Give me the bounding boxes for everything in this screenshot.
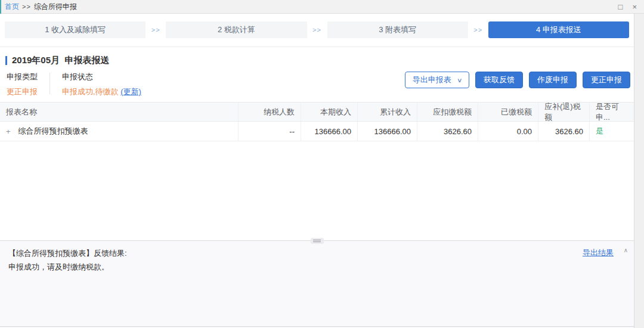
status-text: 申报成功,待缴款 (62, 87, 120, 96)
chevron-down-icon: ∨ (457, 77, 463, 83)
bottom-edge-divider (0, 326, 634, 327)
declaration-type-label: 申报类型 (7, 72, 38, 82)
cell-current-income: 136666.00 (301, 122, 358, 141)
expand-plus-icon[interactable]: + (6, 128, 11, 135)
title-accent-bar (5, 56, 7, 65)
export-declaration-label: 导出申报表 (413, 75, 451, 85)
window-accent-sliver (0, 0, 1, 14)
correct-declaration-button[interactable]: 更正申报 (583, 72, 630, 88)
feedback-title: 【综合所得预扣预缴表】反馈结果: (8, 247, 626, 259)
close-icon[interactable]: × (632, 3, 637, 11)
step-item-declaration-submit[interactable]: 4 申报表报送 (488, 21, 629, 38)
report-name-text: 综合所得预扣预缴表 (18, 126, 88, 137)
maximize-icon[interactable]: □ (618, 3, 623, 11)
declaration-status-label: 申报状态 (62, 72, 141, 82)
cell-cumulative-income: 136666.00 (358, 122, 417, 141)
step-separator: >> (468, 26, 488, 33)
step-item-appendix-fill[interactable]: 3 附表填写 (327, 21, 468, 38)
feedback-body: 【综合所得预扣预缴表】反馈结果: 申报成功，请及时缴纳税款。 (0, 241, 634, 280)
declaration-type-group: 申报类型 更正申报 (7, 72, 38, 97)
declaration-status-value: 申报成功,待缴款 (更新) (62, 86, 141, 97)
breadcrumb-home-link[interactable]: 首页 (5, 2, 19, 12)
feedback-message: 申报成功，请及时缴纳税款。 (8, 261, 626, 273)
header-current-income: 本期收入 (301, 103, 358, 121)
page-title: 2019年05月 申报表报送 (12, 55, 109, 66)
step-wizard: 1 收入及减除填写 >> 2 税款计算 >> 3 附表填写 >> 4 申报表报送 (5, 21, 629, 38)
get-feedback-button[interactable]: 获取反馈 (475, 72, 523, 88)
step-item-income-fill[interactable]: 1 收入及减除填写 (5, 21, 145, 38)
section-divider (0, 47, 634, 47)
section-title-row: 2019年05月 申报表报送 (5, 55, 634, 66)
report-table: 报表名称 纳税人数 本期收入 累计收入 应扣缴税额 已缴税额 应补(退)税额 是… (0, 102, 634, 141)
table-header: 报表名称 纳税人数 本期收入 累计收入 应扣缴税额 已缴税额 应补(退)税额 是… (0, 103, 634, 122)
feedback-panel: 【综合所得预扣预缴表】反馈结果: 申报成功，请及时缴纳税款。 导出结果 ∧ (0, 240, 634, 328)
status-update-link[interactable]: (更新) (120, 87, 141, 96)
cell-taxpayer-count: -- (239, 122, 301, 141)
header-paid-tax: 已缴税额 (478, 103, 538, 121)
breadcrumb-current: 综合所得申报 (34, 2, 77, 12)
breadcrumb-separator: >> (22, 3, 31, 10)
right-scroll-strip[interactable] (634, 14, 644, 328)
cell-supplement-refund-tax: 3626.60 (538, 122, 590, 141)
breadcrumb-bar: 首页 >> 综合所得申报 □ × (0, 0, 644, 14)
table-row[interactable]: + 综合所得预扣预缴表 -- 136666.00 136666.00 3626.… (0, 122, 634, 141)
chevron-up-icon[interactable]: ∧ (624, 247, 628, 253)
export-declaration-button[interactable]: 导出申报表 ∨ (405, 72, 469, 88)
cell-report-name: + 综合所得预扣预缴表 (0, 122, 239, 141)
step-separator: >> (145, 26, 166, 33)
header-report-name: 报表名称 (0, 103, 239, 121)
header-taxpayer-count: 纳税人数 (239, 103, 301, 121)
cell-declarable: 是 (590, 122, 634, 141)
info-divider (49, 73, 50, 94)
declaration-info-row: 申报类型 更正申报 申报状态 申报成功,待缴款 (更新) 导出申报表 ∨ 获取反… (7, 72, 630, 97)
void-declaration-button[interactable]: 作废申报 (529, 72, 577, 88)
cell-paid-tax: 0.00 (478, 122, 538, 141)
declaration-type-value: 更正申报 (7, 86, 38, 97)
header-cumulative-income: 累计收入 (358, 103, 417, 121)
window-controls: □ × (618, 3, 644, 11)
header-withholding-tax: 应扣缴税额 (417, 103, 478, 121)
main-panel: 1 收入及减除填写 >> 2 税款计算 >> 3 附表填写 >> 4 申报表报送… (0, 14, 634, 328)
declaration-status-group: 申报状态 申报成功,待缴款 (更新) (62, 72, 141, 97)
step-separator: >> (307, 26, 327, 33)
header-declarable: 是否可申... (590, 103, 634, 121)
export-result-link[interactable]: 导出结果 (583, 247, 614, 258)
cell-withholding-tax: 3626.60 (417, 122, 478, 141)
step-item-tax-calc[interactable]: 2 税款计算 (166, 21, 306, 38)
header-supplement-refund-tax: 应补(退)税额 (538, 103, 590, 121)
splitter-handle[interactable] (311, 238, 324, 244)
